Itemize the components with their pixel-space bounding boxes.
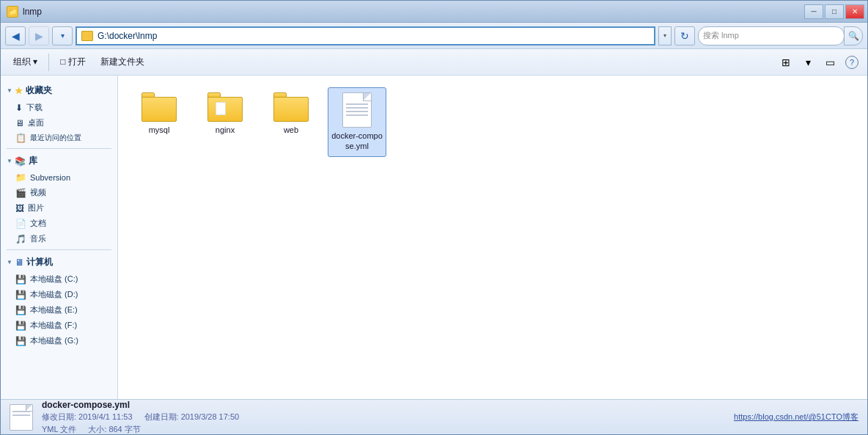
search-button[interactable]: 🔍 bbox=[844, 26, 863, 45]
search-box: 搜索 lnmp bbox=[698, 26, 845, 45]
drive-f-icon: 💾 bbox=[15, 321, 26, 331]
sidebar-item-drive-e-label: 本地磁盘 (E:) bbox=[30, 304, 78, 315]
file-docker-compose-label: docker-compose.yml bbox=[331, 131, 383, 152]
forward-button[interactable]: ▶ bbox=[29, 26, 49, 45]
address-text: G:\docker\lnmp bbox=[98, 31, 157, 41]
folder-web[interactable]: web bbox=[262, 87, 320, 157]
status-watermark: https://blog.csdn.net/@51CTO博客 bbox=[734, 412, 858, 423]
panel-icon: ▭ bbox=[825, 56, 835, 68]
address-box[interactable]: G:\docker\lnmp bbox=[76, 26, 655, 45]
sidebar-item-pictures[interactable]: 🖼 图片 bbox=[1, 200, 117, 216]
sidebar-item-desktop[interactable]: 🖥 桌面 bbox=[1, 115, 117, 131]
toolbar-separator-1 bbox=[48, 54, 49, 71]
recent-icon: 📋 bbox=[15, 133, 26, 143]
back-button[interactable]: ◀ bbox=[5, 26, 26, 45]
sidebar-item-drive-c-label: 本地磁盘 (C:) bbox=[30, 274, 78, 285]
dropdown-button[interactable]: ▾ bbox=[52, 26, 73, 45]
help-icon: ? bbox=[845, 56, 858, 69]
status-filename: docker-compose.yml bbox=[42, 400, 239, 410]
status-file-line-1 bbox=[12, 411, 30, 412]
status-file-line-2 bbox=[12, 414, 30, 416]
computer-arrow: ▼ bbox=[7, 259, 12, 266]
library-icon: 📚 bbox=[15, 156, 26, 167]
sidebar-divider-1 bbox=[7, 148, 111, 149]
computer-label: 计算机 bbox=[26, 256, 53, 268]
video-icon: 🎬 bbox=[15, 188, 26, 198]
help-button[interactable]: ? bbox=[842, 53, 861, 72]
library-label: 库 bbox=[29, 155, 37, 167]
favorites-header[interactable]: ▼ ★ 收藏夹 bbox=[1, 81, 117, 100]
new-folder-button[interactable]: 新建文件夹 bbox=[94, 52, 151, 73]
sidebar-item-drive-f[interactable]: 💾 本地磁盘 (F:) bbox=[1, 318, 117, 333]
status-info: docker-compose.yml 修改日期: 2019/4/1 11:53 … bbox=[42, 400, 239, 435]
sidebar-item-subversion[interactable]: 📁 Subversion bbox=[1, 170, 117, 185]
file-docker-compose-icon bbox=[342, 92, 372, 128]
sidebar-item-download[interactable]: ⬇ 下载 bbox=[1, 100, 117, 115]
sidebar-item-drive-c[interactable]: 💾 本地磁盘 (C:) bbox=[1, 271, 117, 287]
sidebar-item-drive-g[interactable]: 💾 本地磁盘 (G:) bbox=[1, 333, 117, 348]
search-icon: 🔍 bbox=[848, 31, 859, 41]
address-bar: ◀ ▶ ▾ G:\docker\lnmp ▾ ↻ 搜索 lnmp 🔍 bbox=[1, 23, 867, 49]
view-icon-button[interactable]: ⊞ bbox=[776, 53, 795, 72]
status-modify: 修改日期: 2019/4/1 11:53 bbox=[42, 412, 133, 423]
minimize-button[interactable]: ─ bbox=[804, 4, 823, 19]
sidebar-item-video[interactable]: 🎬 视频 bbox=[1, 185, 117, 200]
status-size: 大小: 864 字节 bbox=[88, 424, 141, 435]
folder-body-nginx bbox=[207, 97, 243, 122]
doc-line-1 bbox=[346, 103, 368, 105]
sidebar-item-subversion-label: Subversion bbox=[30, 173, 70, 182]
sidebar-item-documents-label: 文档 bbox=[30, 218, 46, 229]
window-title: lnmp bbox=[23, 7, 42, 17]
folder-mysql[interactable]: mysql bbox=[130, 87, 188, 157]
folder-nginx-inner-doc bbox=[216, 102, 226, 115]
folder-body bbox=[141, 97, 177, 122]
maximize-button[interactable]: □ bbox=[825, 4, 844, 19]
close-button[interactable]: ✕ bbox=[845, 4, 864, 19]
folder-nginx[interactable]: nginx bbox=[196, 87, 254, 157]
panel-button[interactable]: ▭ bbox=[820, 53, 839, 72]
status-type: YML 文件 bbox=[42, 424, 76, 435]
view-grid-icon: ⊞ bbox=[781, 56, 790, 68]
drive-d-icon: 💾 bbox=[15, 290, 26, 300]
desktop-icon: 🖥 bbox=[15, 118, 24, 128]
toolbar-right: ⊞ ▾ ▭ ? bbox=[776, 53, 861, 72]
statusbar: docker-compose.yml 修改日期: 2019/4/1 11:53 … bbox=[1, 399, 867, 434]
computer-header[interactable]: ▼ 🖥 计算机 bbox=[1, 253, 117, 271]
music-icon: 🎵 bbox=[15, 234, 26, 244]
sidebar-item-drive-e[interactable]: 💾 本地磁盘 (E:) bbox=[1, 302, 117, 318]
pictures-icon: 🖼 bbox=[15, 203, 24, 213]
sidebar-item-recent[interactable]: 📋 最近访问的位置 bbox=[1, 131, 117, 145]
subversion-icon: 📁 bbox=[15, 172, 26, 183]
status-details-row-2: YML 文件 大小: 864 字节 bbox=[42, 424, 239, 435]
library-header[interactable]: ▼ 📚 库 bbox=[1, 152, 117, 170]
forward-icon: ▶ bbox=[35, 30, 43, 42]
view-dropdown-button[interactable]: ▾ bbox=[798, 53, 817, 72]
open-button[interactable]: □ 打开 bbox=[54, 52, 92, 73]
titlebar-left: 📁 lnmp bbox=[7, 6, 42, 18]
folder-body-web bbox=[273, 97, 309, 122]
file-docker-compose[interactable]: docker-compose.yml bbox=[328, 87, 386, 157]
drive-e-icon: 💾 bbox=[15, 305, 26, 315]
search-placeholder: 搜索 lnmp bbox=[703, 30, 739, 41]
toolbar: 组织 ▾ □ 打开 新建文件夹 ⊞ ▾ ▭ ? bbox=[1, 49, 867, 76]
file-area: mysql nginx web bbox=[118, 76, 867, 399]
explorer-window: 📁 lnmp ─ □ ✕ ◀ ▶ ▾ G:\docker\lnmp ▾ ↻ 搜 bbox=[0, 0, 868, 435]
computer-section: ▼ 🖥 计算机 💾 本地磁盘 (C:) 💾 本地磁盘 (D:) 💾 本地磁盘 (… bbox=[1, 253, 117, 348]
organize-button[interactable]: 组织 ▾ bbox=[7, 52, 44, 73]
sidebar-item-documents[interactable]: 📄 文档 bbox=[1, 216, 117, 231]
favorites-section: ▼ ★ 收藏夹 ⬇ 下载 🖥 桌面 📋 最近访问的位置 bbox=[1, 81, 117, 145]
doc-line-4 bbox=[346, 114, 368, 116]
folder-mysql-icon bbox=[141, 92, 177, 122]
drive-c-icon: 💾 bbox=[15, 274, 26, 285]
address-dropdown[interactable]: ▾ bbox=[658, 26, 672, 45]
sidebar-item-drive-d-label: 本地磁盘 (D:) bbox=[30, 289, 78, 300]
refresh-button[interactable]: ↻ bbox=[674, 26, 695, 45]
computer-icon: 🖥 bbox=[15, 257, 23, 268]
sidebar-item-music[interactable]: 🎵 音乐 bbox=[1, 231, 117, 246]
sidebar-item-drive-d[interactable]: 💾 本地磁盘 (D:) bbox=[1, 287, 117, 302]
doc-line-2 bbox=[346, 107, 368, 109]
library-arrow: ▼ bbox=[7, 158, 12, 164]
folder-nginx-icon bbox=[207, 92, 243, 122]
sidebar-item-recent-label: 最近访问的位置 bbox=[30, 133, 81, 143]
documents-icon: 📄 bbox=[15, 219, 26, 229]
